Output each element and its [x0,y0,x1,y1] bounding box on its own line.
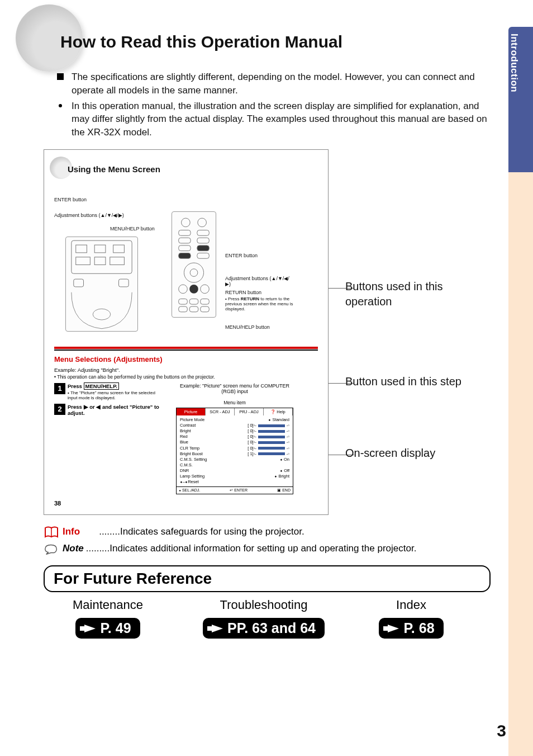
square-bullet-icon [57,73,64,80]
future-maintenance-page[interactable]: P. 49 [75,618,140,639]
svg-rect-16 [179,245,191,251]
adjustments-heading: Menu Selections (Adjustments) [54,355,318,363]
step-1-sub: • The "Picture" menu screen for the sele… [68,390,166,400]
svg-point-21 [190,269,198,277]
label-enter-button-r: ENTER button [225,253,258,258]
legend-note-text: .........Indicates additional informatio… [86,543,417,554]
svg-rect-4 [76,257,91,265]
title-graphic: How to Read this Operation Manual [44,32,491,60]
future-col-maintenance: Maintenance P. 49 [44,598,172,639]
future-index-page[interactable]: P. 68 [379,618,443,639]
future-index-label: Index [355,598,467,612]
step-2-text: Press ▶ or ◀ and select "Picture" to adj… [68,404,166,416]
svg-point-9 [93,309,111,320]
svg-rect-12 [179,230,191,236]
svg-point-11 [198,218,207,227]
svg-rect-2 [94,245,106,253]
svg-point-10 [182,218,191,227]
arrow-right-icon [212,625,223,632]
svg-rect-19 [197,253,209,259]
arrow-right-icon [84,625,96,632]
label-return-note: • Press RETURN to return to the previous… [225,296,298,311]
intro-item-text: The specifications are slightly differen… [72,70,491,97]
legend-info-label: Info [63,526,80,537]
future-maintenance-label: Maintenance [44,598,172,612]
step-2: 2 Press ▶ or ◀ and select "Picture" to a… [54,404,166,416]
svg-point-23 [189,285,198,294]
legend-note-row: Note .........Indicates additional infor… [44,543,491,555]
future-col-index: Index P. 68 [355,598,467,639]
menu-item-label: Menu item [176,400,293,405]
step-1: 1 Press MENU/HELP. • The "Picture" menu … [54,383,166,400]
label-return-button: RETURN button [225,290,261,295]
menu-tab-picture: Picture [177,408,206,415]
remote-icon [172,212,216,317]
callout-3: On-screen display [345,446,435,461]
steps-area: 1 Press MENU/HELP. • The "Picture" menu … [54,383,318,495]
legend-note-label: Note [63,543,84,554]
future-troubleshooting-page[interactable]: PP. 63 and 64 [203,618,325,639]
section-tab-label: Introduction [508,27,520,92]
page-title: How to Read this Operation Manual [60,32,342,51]
page-content: How to Read this Operation Manual The sp… [44,32,491,639]
menu-tab-help: ❓ Help [264,408,293,415]
intro-item: In this operation manual, the illustrati… [57,100,491,139]
legend-info-text: ........Indicates safeguards for using t… [99,526,304,537]
legend-section: Info ........Indicates safeguards for us… [44,526,491,555]
menu-row: Bright Boost[ 1]▫--▫ [180,451,289,457]
svg-point-22 [179,285,188,294]
menu-tab-prj: PRJ - ADJ [235,408,264,415]
label-enter-button: ENTER button [54,197,87,202]
projector-icon [66,237,137,331]
menu-row: Bright[ 0]▫--▫ [180,428,289,434]
example-title: Using the Menu Screen [68,164,160,174]
label-adjustment-buttons-r: Adjustment buttons (▲/▼/◀/▶) [225,276,292,287]
svg-point-20 [184,263,203,282]
label-adjustment-buttons: Adjustment buttons (▲/▼/◀/▶) [54,212,124,218]
legend-info-row: Info ........Indicates safeguards for us… [44,526,491,538]
future-reference-grid: Maintenance P. 49 Troubleshooting PP. 63… [44,598,491,639]
menu-row: Picture Mode⬥ Standard [180,417,289,423]
menu-row: DNR⬥ Off [180,468,289,474]
black-divider [54,349,318,351]
future-reference-box: For Future Reference [44,565,491,592]
step-number-icon: 1 [54,383,65,394]
mini-title-graphic: Using the Menu Screen [54,161,318,180]
menu-tab-scr: SCR - ADJ [206,408,235,415]
note-icon [44,543,59,555]
menu-screenshot-column: Example: "Picture" screen menu for COMPU… [176,383,293,495]
page-number: 3 [497,721,506,740]
svg-rect-18 [179,253,191,259]
callout-2: Button used in this step [345,374,461,389]
step-number-icon: 2 [54,404,65,415]
label-menu-help-r: MENU/HELP button [225,324,270,330]
adjustments-note: • This operation can also be performed b… [54,374,318,380]
svg-rect-17 [197,245,209,251]
diagram-area: ENTER button Adjustment buttons (▲/▼/◀/▶… [54,195,318,340]
svg-rect-26 [189,299,198,304]
example-source-page: 38 [54,500,318,507]
intro-item: The specifications are slightly differen… [57,70,491,97]
svg-rect-6 [110,257,125,265]
remote-illustration [172,211,216,318]
menu-row: C.M.S. [180,462,289,468]
svg-rect-7 [74,279,84,287]
side-strip [508,172,533,756]
svg-point-24 [201,285,210,294]
menu-caption: Example: "Picture" screen menu for COMPU… [176,383,293,394]
callout-1: Buttons used in this operation [345,279,491,309]
intro-item-text: In this operation manual, the illustrati… [72,100,491,139]
adjustments-example-line: Example: Adjusting "Bright". [54,367,318,373]
menu-footer: ⬥ SEL./ADJ. ↵ ENTER ▣ END [177,486,293,494]
example-panel: Using the Menu Screen ENTER button Adjus… [44,149,329,516]
future-col-troubleshooting: Troubleshooting PP. 63 and 64 [185,598,342,639]
red-divider [54,347,318,349]
future-troubleshooting-label: Troubleshooting [185,598,342,612]
label-menu-help: MENU/HELP button [110,226,155,231]
svg-rect-25 [179,299,188,304]
dot-bullet-icon [59,104,62,107]
svg-rect-5 [94,257,106,265]
arrow-right-icon [388,625,399,632]
menu-row: C.M.S. Setting⬥ On [180,457,289,462]
intro-list: The specifications are slightly differen… [57,70,491,139]
